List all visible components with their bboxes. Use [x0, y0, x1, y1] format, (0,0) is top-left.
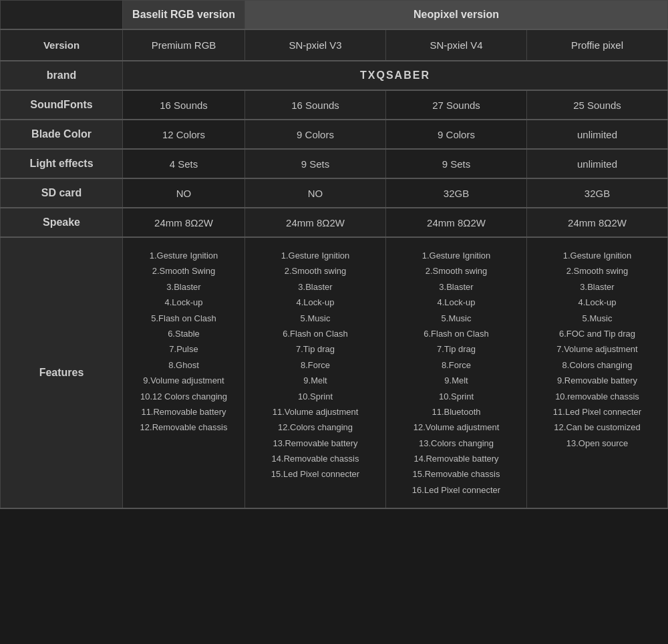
version-col4: Proffie pixel: [527, 29, 668, 61]
soundfonts-col4: 25 Sounds: [527, 90, 668, 120]
version-label: Version: [1, 29, 123, 61]
light-effects-label: Light effects: [1, 149, 123, 178]
brand-value: TXQSABER: [123, 61, 668, 90]
sd-card-col1: NO: [123, 178, 245, 208]
speake-col1: 24mm 8Ω2W: [123, 208, 245, 237]
version-col3: SN-pxiel V4: [386, 29, 527, 61]
sd-card-col3: 32GB: [386, 178, 527, 208]
sd-card-label: SD card: [1, 178, 123, 208]
blade-color-label: Blade Color: [1, 120, 123, 149]
version-col1: Premium RGB: [123, 29, 245, 61]
comparison-table: Baselit RGB version Neopixel version Ver…: [0, 0, 668, 509]
speake-col4: 24mm 8Ω2W: [527, 208, 668, 237]
speake-col3: 24mm 8Ω2W: [386, 208, 527, 237]
light-effects-col4: unlimited: [527, 149, 668, 178]
features-col2: 1.Gesture Ignition2.Smooth swing3.Blaste…: [245, 237, 386, 508]
header-neopixel: Neopixel version: [245, 1, 668, 30]
features-col1: 1.Gesture Ignition2.Smooth Swing3.Blaste…: [123, 237, 245, 508]
light-effects-col2: 9 Sets: [245, 149, 386, 178]
brand-label: brand: [1, 61, 123, 90]
header-baselit: Baselit RGB version: [123, 1, 245, 30]
header-empty: [1, 1, 123, 30]
speake-col2: 24mm 8Ω2W: [245, 208, 386, 237]
speake-label: Speake: [1, 208, 123, 237]
sd-card-col4: 32GB: [527, 178, 668, 208]
light-effects-col1: 4 Sets: [123, 149, 245, 178]
soundfonts-col1: 16 Sounds: [123, 90, 245, 120]
light-effects-col3: 9 Sets: [386, 149, 527, 178]
blade-color-col3: 9 Colors: [386, 120, 527, 149]
version-col2: SN-pxiel V3: [245, 29, 386, 61]
soundfonts-label: SoundFonts: [1, 90, 123, 120]
features-label: Features: [1, 237, 123, 508]
features-col3: 1.Gesture Ignition2.Smooth swing3.Blaste…: [386, 237, 527, 508]
blade-color-col1: 12 Colors: [123, 120, 245, 149]
blade-color-col2: 9 Colors: [245, 120, 386, 149]
soundfonts-col3: 27 Sounds: [386, 90, 527, 120]
features-col4: 1.Gesture Ignition2.Smooth swing3.Blaste…: [527, 237, 668, 508]
blade-color-col4: unlimited: [527, 120, 668, 149]
soundfonts-col2: 16 Sounds: [245, 90, 386, 120]
sd-card-col2: NO: [245, 178, 386, 208]
